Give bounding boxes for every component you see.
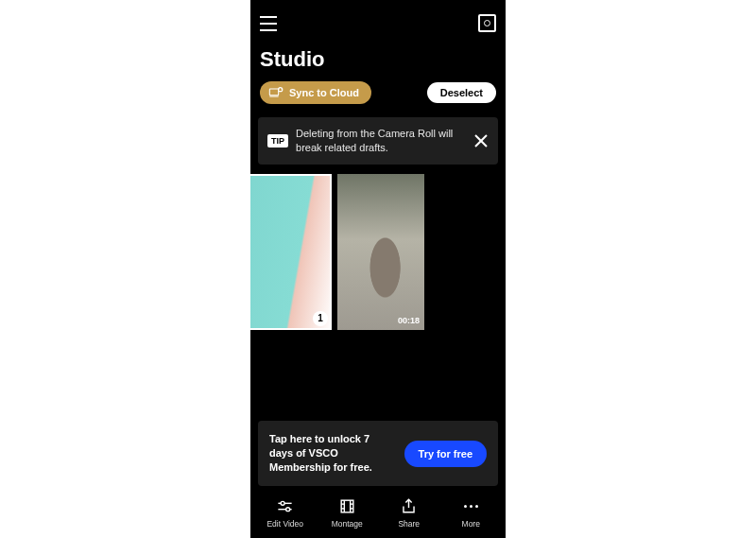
deselect-button[interactable]: Deselect bbox=[427, 82, 496, 103]
spacer bbox=[250, 330, 506, 422]
tip-badge: TIP bbox=[267, 134, 288, 148]
action-chips: Sync to Cloud Deselect bbox=[250, 81, 506, 117]
capture-icon[interactable] bbox=[478, 14, 496, 32]
share-button[interactable]: Share bbox=[381, 497, 438, 529]
membership-promo[interactable]: Tap here to unlock 7 days of VSCO Member… bbox=[258, 421, 498, 486]
promo-text: Tap here to unlock 7 days of VSCO Member… bbox=[269, 432, 395, 475]
menu-icon[interactable] bbox=[260, 16, 279, 31]
sync-to-cloud-button[interactable]: Sync to Cloud bbox=[260, 81, 371, 104]
sliders-icon bbox=[276, 497, 294, 515]
sync-label: Sync to Cloud bbox=[289, 87, 359, 98]
close-icon[interactable] bbox=[473, 133, 489, 148]
film-icon bbox=[338, 497, 356, 515]
drafts-grid: 1 00:18 bbox=[250, 174, 506, 330]
more-label: More bbox=[462, 519, 480, 529]
tip-banner: TIP Deleting from the Camera Roll will b… bbox=[258, 117, 498, 165]
bottom-toolbar: Edit Video Montage Share More bbox=[250, 492, 506, 538]
cloud-sync-icon bbox=[268, 86, 284, 99]
selection-badge: 1 bbox=[313, 311, 328, 326]
edit-video-button[interactable]: Edit Video bbox=[257, 497, 314, 529]
try-for-free-button[interactable]: Try for free bbox=[404, 441, 487, 467]
share-label: Share bbox=[398, 519, 420, 529]
svg-rect-0 bbox=[269, 89, 278, 95]
montage-button[interactable]: Montage bbox=[318, 497, 375, 529]
share-icon bbox=[400, 497, 418, 515]
svg-rect-11 bbox=[341, 500, 353, 512]
svg-rect-4 bbox=[279, 90, 282, 91]
svg-point-10 bbox=[286, 508, 290, 512]
top-bar bbox=[250, 0, 506, 40]
more-icon bbox=[464, 497, 478, 515]
more-button[interactable]: More bbox=[442, 497, 499, 529]
tip-text: Deleting from the Camera Roll will break… bbox=[296, 127, 466, 155]
app-root: Studio Sync to Cloud Deselect TIP Deleti… bbox=[250, 0, 506, 538]
svg-point-8 bbox=[281, 501, 284, 505]
draft-thumbnail[interactable]: 1 bbox=[250, 174, 332, 330]
edit-video-label: Edit Video bbox=[266, 519, 303, 529]
montage-label: Montage bbox=[332, 519, 363, 529]
video-duration: 00:18 bbox=[398, 316, 420, 325]
draft-thumbnail[interactable]: 00:18 bbox=[337, 174, 424, 330]
page-title: Studio bbox=[250, 40, 506, 81]
